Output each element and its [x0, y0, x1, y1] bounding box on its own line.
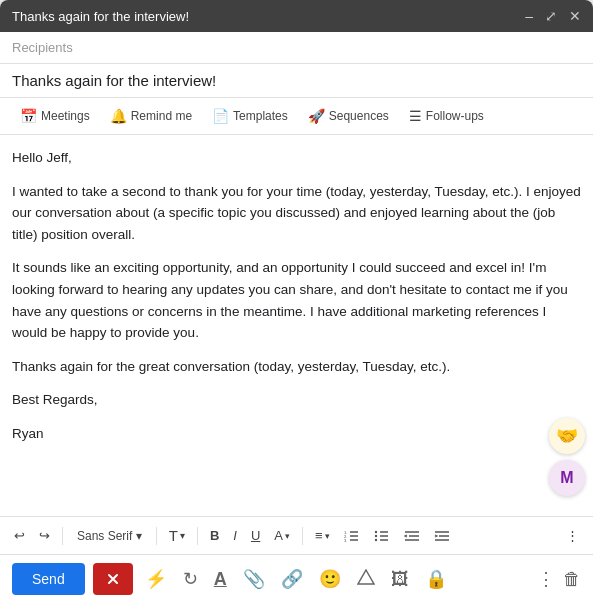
bold-button[interactable]: B — [204, 524, 225, 547]
ext-follow-ups[interactable]: ☰ Follow-ups — [401, 104, 492, 128]
text-color-button[interactable]: A▾ — [268, 524, 296, 547]
remind-label: Remind me — [131, 109, 192, 123]
meetings-icon: 📅 — [20, 108, 37, 124]
window-title: Thanks again for the interview! — [12, 9, 189, 24]
lock-icon[interactable]: 🔒 — [421, 564, 451, 594]
redo-button[interactable]: ↪ — [33, 524, 56, 547]
subject-text: Thanks again for the interview! — [12, 72, 216, 89]
drive-icon[interactable] — [353, 565, 379, 594]
bottom-bar: Send ⚡ ↻ A 📎 🔗 🙂 🖼 🔒 ⋮ 🗑 — [0, 554, 593, 603]
follow-ups-icon: ☰ — [409, 108, 422, 124]
extensions-toolbar: 📅 Meetings 🔔 Remind me 📄 Templates 🚀 Seq… — [0, 98, 593, 135]
svg-point-11 — [374, 538, 376, 540]
more-options-button[interactable]: ⋮ — [537, 568, 555, 590]
bolt-icon[interactable]: ⚡ — [141, 564, 171, 594]
sequences-icon: 🚀 — [308, 108, 325, 124]
floating-handshake[interactable]: 🤝 — [549, 418, 585, 454]
titlebar: Thanks again for the interview! – ⤢ ✕ — [0, 0, 593, 32]
ext-templates[interactable]: 📄 Templates — [204, 104, 296, 128]
floating-icons: 🤝 M — [549, 418, 585, 496]
formatting-toolbar: ↩ ↪ Sans Serif ▾ T▾ B I U A▾ ≡▾ 1.2.3. ⋮ — [0, 516, 593, 554]
titlebar-controls: – ⤢ ✕ — [525, 8, 581, 24]
sign-off: Best Regards, — [12, 389, 581, 411]
expand-button[interactable]: ⤢ — [545, 8, 557, 24]
italic-button[interactable]: I — [227, 524, 243, 547]
discard-button[interactable] — [93, 563, 133, 595]
email-compose-window: Thanks again for the interview! – ⤢ ✕ Re… — [0, 0, 593, 603]
remind-icon: 🔔 — [110, 108, 127, 124]
photo-icon[interactable]: 🖼 — [387, 565, 413, 594]
underline-a-icon[interactable]: A — [210, 565, 231, 594]
svg-text:3.: 3. — [344, 537, 347, 542]
recipients-label: Recipients — [12, 40, 73, 55]
paragraph3: Thanks again for the great conversation … — [12, 356, 581, 378]
follow-ups-label: Follow-ups — [426, 109, 484, 123]
bullet-list-button[interactable] — [368, 525, 396, 547]
ordered-list-button[interactable]: 1.2.3. — [338, 525, 366, 547]
refresh-icon[interactable]: ↻ — [179, 564, 202, 594]
svg-marker-18 — [358, 570, 374, 584]
body-text: Hello Jeff, I wanted to take a second to… — [12, 147, 581, 445]
divider2 — [156, 527, 157, 545]
font-size-button[interactable]: T▾ — [163, 523, 191, 548]
trash-button[interactable]: 🗑 — [563, 569, 581, 590]
divider4 — [302, 527, 303, 545]
meetings-label: Meetings — [41, 109, 90, 123]
ext-meetings[interactable]: 📅 Meetings — [12, 104, 98, 128]
floating-m-icon[interactable]: M — [549, 460, 585, 496]
font-selector[interactable]: Sans Serif ▾ — [69, 526, 150, 546]
email-body[interactable]: Hello Jeff, I wanted to take a second to… — [0, 135, 593, 516]
ext-sequences[interactable]: 🚀 Sequences — [300, 104, 397, 128]
align-button[interactable]: ≡▾ — [309, 524, 336, 547]
format-more-button[interactable]: ⋮ — [560, 524, 585, 547]
undo-button[interactable]: ↩ — [8, 524, 31, 547]
signature: Ryan — [12, 423, 581, 445]
sequences-label: Sequences — [329, 109, 389, 123]
divider1 — [62, 527, 63, 545]
close-button[interactable]: ✕ — [569, 8, 581, 24]
subject-row[interactable]: Thanks again for the interview! — [0, 64, 593, 98]
underline-button[interactable]: U — [245, 524, 266, 547]
svg-point-9 — [374, 530, 376, 532]
greeting: Hello Jeff, — [12, 147, 581, 169]
divider3 — [197, 527, 198, 545]
templates-icon: 📄 — [212, 108, 229, 124]
recipients-row[interactable]: Recipients — [0, 32, 593, 64]
svg-point-10 — [374, 534, 376, 536]
attachment-icon[interactable]: 📎 — [239, 564, 269, 594]
link-icon[interactable]: 🔗 — [277, 564, 307, 594]
paragraph1: I wanted to take a second to thank you f… — [12, 181, 581, 246]
paragraph2: It sounds like an exciting opportunity, … — [12, 257, 581, 343]
ext-remind-me[interactable]: 🔔 Remind me — [102, 104, 200, 128]
templates-label: Templates — [233, 109, 288, 123]
indent-inc-button[interactable] — [428, 525, 456, 547]
indent-dec-button[interactable] — [398, 525, 426, 547]
minimize-button[interactable]: – — [525, 8, 533, 24]
emoji-icon[interactable]: 🙂 — [315, 564, 345, 594]
send-button[interactable]: Send — [12, 563, 85, 595]
